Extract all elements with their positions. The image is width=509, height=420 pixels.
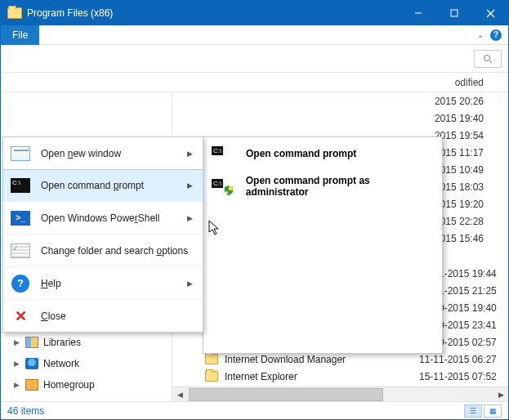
view-large-icons-button[interactable]: ▦ <box>484 404 502 418</box>
admin-shield-icon <box>223 185 234 196</box>
title-bar: Program Files (x86) <box>1 1 508 25</box>
homegroup-icon <box>25 379 38 391</box>
chevron-right-icon[interactable]: ▶ <box>12 381 20 389</box>
search-box[interactable] <box>474 50 502 68</box>
sidebar-label: Network <box>43 358 79 369</box>
scroll-left-icon[interactable]: ◀ <box>172 387 187 402</box>
sidebar-item-libraries[interactable]: ▶ Libraries <box>1 334 172 351</box>
column-headers[interactable]: odified <box>1 73 508 92</box>
svg-rect-1 <box>451 10 458 16</box>
options-icon <box>11 244 30 258</box>
submenu-open-command-prompt-admin[interactable]: C:\ Open command prompt as administrator <box>203 170 442 203</box>
chevron-right-icon: ▶ <box>187 150 196 158</box>
chevron-right-icon: ▶ <box>187 214 196 222</box>
command-prompt-icon: C:\ <box>212 146 223 155</box>
sidebar-item-homegroup[interactable]: ▶ Homegroup <box>1 377 172 393</box>
column-date-modified[interactable]: odified <box>455 77 484 88</box>
powershell-icon: >_ <box>11 211 30 226</box>
menu-label: Close <box>41 311 196 322</box>
svg-point-6 <box>225 191 229 194</box>
status-item-count: 46 items <box>7 405 44 417</box>
menu-label: Open Windows PowerShell <box>41 212 177 224</box>
horizontal-scrollbar[interactable]: ◀ ▶ <box>172 386 508 401</box>
network-icon <box>25 358 38 369</box>
menu-change-folder-options[interactable]: Change folder and search options <box>3 234 203 266</box>
chevron-right-icon: ▶ <box>187 279 196 288</box>
status-bar: 46 items ☰ ▦ <box>1 401 508 419</box>
new-window-icon <box>11 146 30 161</box>
ribbon-menu-strip: File ⌄ ? <box>1 25 508 45</box>
help-icon[interactable]: ? <box>490 29 502 41</box>
file-row[interactable]: Internet Explorer15-11-2015 07:52 <box>172 368 508 385</box>
file-name: Internet Download Manager <box>225 354 413 365</box>
menu-close[interactable]: ✕ Close <box>3 299 203 332</box>
svg-point-4 <box>484 55 490 60</box>
chevron-right-icon[interactable]: ▶ <box>12 360 20 368</box>
svg-line-5 <box>489 60 492 63</box>
maximize-button[interactable] <box>436 1 472 25</box>
folder-icon <box>7 7 22 19</box>
file-date: 11-11-2015 06:27 <box>419 354 508 365</box>
menu-open-new-window[interactable]: Open new window ▶ <box>3 137 203 170</box>
menu-label: Open new window <box>41 148 177 159</box>
command-prompt-icon: C:\ <box>212 179 223 188</box>
folder-icon <box>205 354 218 364</box>
chevron-right-icon: ▶ <box>187 181 196 190</box>
sidebar-label: Homegroup <box>43 379 95 391</box>
window-title: Program Files (x86) <box>27 7 400 19</box>
submenu-label: Open command prompt as administrator <box>246 175 434 198</box>
folder-icon <box>205 371 218 382</box>
menu-open-command-prompt[interactable]: C:\ Open command prompt ▶ <box>2 169 203 202</box>
libraries-icon <box>25 337 38 348</box>
menu-label: Open command prompt <box>41 180 177 191</box>
file-submenu-command-prompt: C:\ Open command prompt C:\ Open command… <box>203 136 443 354</box>
file-date: 15-11-2015 07:52 <box>419 371 508 382</box>
command-prompt-icon: C:\ <box>11 178 30 193</box>
submenu-label: Open command prompt <box>246 148 356 159</box>
view-details-button[interactable]: ☰ <box>464 404 482 418</box>
scroll-right-icon[interactable]: ▶ <box>493 387 508 402</box>
submenu-open-command-prompt[interactable]: C:\ Open command prompt <box>203 137 442 170</box>
address-search-row <box>1 45 508 73</box>
close-icon: ✕ <box>15 307 27 325</box>
menu-label: Help <box>41 278 177 289</box>
main-content: 2015 20:262015 19:402015 19:542015 11:17… <box>1 92 508 401</box>
search-icon <box>483 54 493 64</box>
chevron-right-icon[interactable]: ▶ <box>12 338 20 346</box>
menu-open-powershell[interactable]: >_ Open Windows PowerShell ▶ <box>3 201 203 234</box>
menu-help[interactable]: ? Help ▶ <box>3 266 203 299</box>
file-name: Internet Explorer <box>225 371 413 382</box>
minimize-button[interactable] <box>400 1 436 25</box>
help-icon: ? <box>11 275 29 293</box>
file-menu-dropdown: Open new window ▶ C:\ Open command promp… <box>2 136 203 333</box>
menu-label: Change folder and search options <box>41 245 196 257</box>
scrollbar-thumb[interactable] <box>189 388 383 401</box>
expand-ribbon-icon[interactable]: ⌄ <box>477 30 484 39</box>
file-menu-button[interactable]: File <box>1 25 39 45</box>
sidebar-item-network[interactable]: ▶ Network <box>1 355 172 372</box>
close-window-button[interactable] <box>472 1 508 25</box>
sidebar-label: Libraries <box>43 337 81 348</box>
